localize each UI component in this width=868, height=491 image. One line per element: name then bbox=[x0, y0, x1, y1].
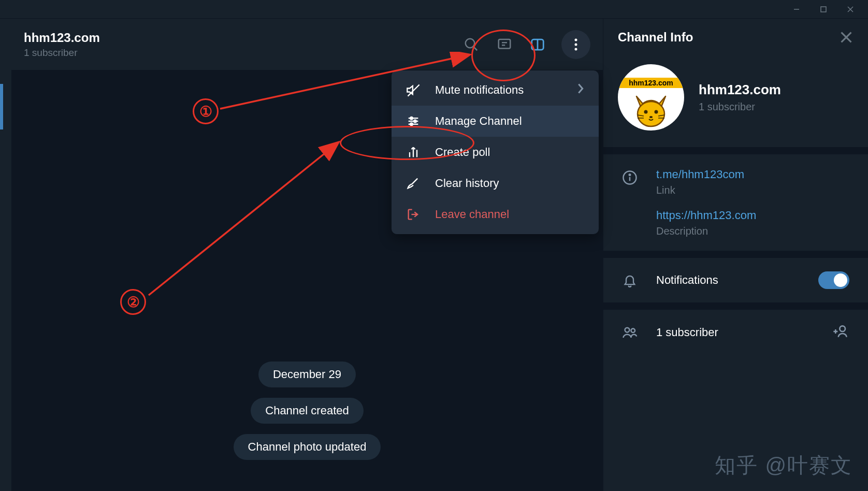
channel-profile[interactable]: hhm123.com hhm123.com 1 subscriber bbox=[603, 56, 868, 147]
search-icon[interactable] bbox=[462, 35, 481, 54]
channel-description-url: https://hhm123.com bbox=[656, 209, 849, 222]
avatar-cat-icon bbox=[630, 91, 672, 128]
menu-label: Leave channel bbox=[435, 208, 584, 221]
svg-point-29 bbox=[638, 102, 664, 126]
menu-item-mute[interactable]: Mute notifications bbox=[392, 75, 599, 106]
divider bbox=[603, 147, 868, 154]
menu-item-clear-history[interactable]: Clear history bbox=[392, 168, 599, 199]
window-titlebar bbox=[0, 0, 868, 19]
add-subscriber-button[interactable] bbox=[833, 323, 849, 342]
people-icon bbox=[622, 325, 638, 340]
comments-icon[interactable] bbox=[495, 35, 514, 54]
window-maximize-button[interactable] bbox=[810, 0, 837, 19]
svg-point-30 bbox=[644, 110, 648, 114]
menu-label: Clear history bbox=[435, 177, 584, 190]
menu-item-create-poll[interactable]: Create poll bbox=[392, 137, 599, 168]
chevron-right-icon bbox=[577, 83, 584, 97]
svg-rect-1 bbox=[821, 7, 826, 12]
more-options-menu: Mute notifications Manage Channel Create… bbox=[392, 70, 599, 234]
notifications-label: Notifications bbox=[656, 273, 800, 287]
svg-rect-6 bbox=[499, 39, 511, 49]
svg-point-42 bbox=[840, 326, 845, 331]
panel-row-notifications[interactable]: Notifications bbox=[603, 258, 868, 302]
panel-row-link[interactable]: t.me/hhm123com Link https://hhm123.com D… bbox=[603, 154, 868, 251]
svg-point-4 bbox=[466, 38, 475, 48]
channel-link: t.me/hhm123com bbox=[656, 168, 849, 181]
svg-point-39 bbox=[629, 174, 631, 176]
svg-point-20 bbox=[410, 123, 413, 126]
notifications-toggle[interactable] bbox=[818, 271, 849, 289]
menu-item-manage-channel[interactable]: Manage Channel bbox=[392, 106, 599, 137]
more-options-button[interactable] bbox=[561, 30, 590, 59]
chat-area: hhm123.com 1 subscriber bbox=[11, 19, 603, 491]
leave-icon bbox=[406, 207, 421, 222]
svg-point-31 bbox=[655, 110, 658, 114]
menu-label: Mute notifications bbox=[435, 83, 562, 97]
toggle-handle bbox=[834, 273, 847, 287]
more-vertical-icon bbox=[574, 37, 578, 52]
panel-title: Channel Info bbox=[618, 30, 693, 45]
svg-point-32 bbox=[649, 116, 653, 118]
divider bbox=[603, 251, 868, 258]
svg-line-5 bbox=[473, 46, 478, 50]
window-close-button[interactable] bbox=[837, 0, 864, 19]
svg-point-12 bbox=[575, 43, 577, 46]
mute-icon bbox=[406, 83, 421, 97]
active-chat-indicator bbox=[0, 84, 3, 129]
menu-label: Manage Channel bbox=[435, 114, 584, 128]
info-icon bbox=[622, 170, 638, 185]
svg-point-19 bbox=[414, 120, 416, 123]
chat-list-rail bbox=[0, 19, 11, 491]
channel-info-panel: Channel Info hhm123.com bbox=[603, 19, 868, 491]
svg-point-13 bbox=[575, 48, 577, 50]
channel-subtitle: 1 subscriber bbox=[699, 101, 781, 113]
divider bbox=[603, 302, 868, 310]
subscriber-count: 1 subscriber bbox=[656, 326, 814, 339]
svg-point-11 bbox=[575, 38, 577, 41]
broom-icon bbox=[406, 176, 421, 191]
channel-name: hhm123.com bbox=[699, 82, 781, 98]
bell-icon bbox=[622, 272, 638, 288]
link-label: Link bbox=[656, 184, 849, 196]
menu-item-leave-channel[interactable]: Leave channel bbox=[392, 199, 599, 230]
svg-line-14 bbox=[408, 85, 419, 96]
chat-subtitle: 1 subscriber bbox=[24, 47, 462, 59]
system-message-photo: Channel photo updated bbox=[234, 434, 381, 460]
svg-point-41 bbox=[631, 329, 635, 333]
avatar-banner: hhm123.com bbox=[618, 78, 684, 88]
sidepanel-icon[interactable] bbox=[528, 35, 547, 54]
poll-icon bbox=[406, 145, 421, 160]
avatar[interactable]: hhm123.com bbox=[618, 64, 684, 131]
window-minimize-button[interactable] bbox=[783, 0, 810, 19]
system-message-created: Channel created bbox=[251, 398, 363, 424]
close-panel-button[interactable] bbox=[839, 30, 853, 45]
svg-point-18 bbox=[410, 117, 413, 120]
svg-point-40 bbox=[625, 328, 630, 333]
chat-header[interactable]: hhm123.com 1 subscriber bbox=[11, 19, 603, 70]
description-label: Description bbox=[656, 225, 849, 237]
chat-title: hhm123.com bbox=[24, 31, 462, 45]
panel-row-subscribers[interactable]: 1 subscriber bbox=[603, 310, 868, 355]
menu-label: Create poll bbox=[435, 146, 584, 159]
manage-icon bbox=[406, 114, 421, 128]
date-pill[interactable]: December 29 bbox=[258, 362, 356, 387]
